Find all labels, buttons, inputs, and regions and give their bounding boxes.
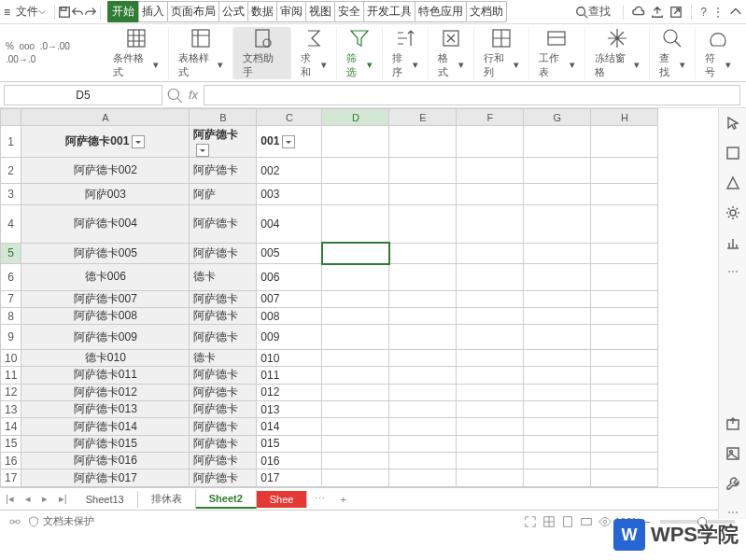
cell-A3[interactable]: 阿萨003 (21, 184, 190, 204)
more-side-icon[interactable]: ⋯ (727, 265, 739, 278)
cell-E13[interactable] (389, 401, 457, 418)
cell-G11[interactable] (524, 367, 591, 384)
cell-B12[interactable]: 阿萨德卡 (190, 384, 257, 400)
col-A[interactable]: A (21, 109, 190, 126)
cell-C17[interactable]: 017 (257, 469, 322, 487)
cell-F4[interactable] (457, 204, 524, 243)
row-15[interactable]: 15 (1, 435, 21, 452)
cell-H11[interactable] (591, 367, 658, 384)
cell-C14[interactable]: 014 (257, 418, 322, 435)
rowcol-button[interactable]: 行和列▾ (474, 27, 529, 79)
cell-A16[interactable]: 阿萨德卡016 (21, 453, 190, 469)
conditional-format-button[interactable]: 条件格式▾ (104, 27, 168, 79)
cell-A15[interactable]: 阿萨德卡015 (21, 435, 190, 452)
name-box[interactable]: D5 (4, 85, 162, 105)
cell-C8[interactable]: 008 (257, 308, 322, 325)
row-5[interactable]: 5 (1, 243, 21, 263)
cell-D17[interactable] (322, 469, 389, 487)
cell-C1[interactable]: 001 (257, 126, 322, 158)
cell-F1[interactable] (457, 126, 524, 158)
sheet-tab-4[interactable]: Shee (257, 491, 308, 508)
cell-E2[interactable] (389, 157, 457, 184)
cell-F10[interactable] (457, 349, 524, 366)
cell-H17[interactable] (591, 469, 658, 487)
cell-A5[interactable]: 阿萨德卡005 (21, 243, 190, 263)
menu-tab-6[interactable]: 视图 (305, 1, 335, 22)
cell-A8[interactable]: 阿萨德卡008 (21, 308, 190, 325)
sheet-tab-1[interactable]: Sheet13 (73, 491, 138, 508)
cell-B3[interactable]: 阿萨 (190, 184, 257, 204)
grid-view-icon[interactable] (542, 515, 556, 528)
row-8[interactable]: 8 (1, 308, 21, 325)
menu-tab-8[interactable]: 开发工具 (363, 1, 415, 22)
cell-A14[interactable]: 阿萨德卡014 (21, 418, 190, 435)
cell-D11[interactable] (322, 367, 389, 384)
cell-C13[interactable]: 013 (257, 401, 322, 418)
cell-E5[interactable] (389, 243, 457, 263)
cell-G12[interactable] (524, 384, 591, 400)
menu-tab-0[interactable]: 开始 (107, 1, 139, 22)
add-sheet[interactable]: + (332, 494, 353, 505)
cell-B10[interactable]: 德卡 (190, 349, 257, 366)
link-icon[interactable] (8, 515, 21, 528)
cell-D3[interactable] (322, 184, 389, 204)
more-icon[interactable]: ⋮ (712, 6, 724, 19)
cell-C16[interactable]: 016 (257, 453, 322, 469)
cell-C3[interactable]: 003 (257, 184, 322, 204)
row-2[interactable]: 2 (1, 157, 21, 184)
reading-view-icon[interactable] (580, 515, 593, 528)
filter-button[interactable]: 筛选▾ (337, 27, 383, 79)
cell-F14[interactable] (457, 418, 524, 435)
formula-input[interactable] (204, 85, 740, 105)
cell-F9[interactable] (457, 325, 524, 350)
row-13[interactable]: 13 (1, 401, 21, 418)
cell-C10[interactable]: 010 (257, 349, 322, 366)
page-view-icon[interactable] (561, 515, 574, 528)
cell-C15[interactable]: 015 (257, 435, 322, 452)
save-icon[interactable] (58, 6, 71, 19)
cell-F6[interactable] (457, 264, 524, 291)
sheet-tab-3[interactable]: Sheet2 (196, 490, 257, 509)
cell-G4[interactable] (524, 204, 591, 243)
cell-D1[interactable] (322, 126, 389, 158)
cell-B9[interactable]: 阿萨德卡 (190, 325, 257, 350)
cell-H15[interactable] (591, 435, 658, 452)
file-menu[interactable]: 文件 (10, 4, 51, 20)
cell-G6[interactable] (524, 264, 591, 291)
cell-D10[interactable] (322, 349, 389, 366)
worksheet-button[interactable]: 工作表▾ (529, 27, 584, 79)
cell-B14[interactable]: 阿萨德卡 (190, 418, 257, 435)
cell-B4[interactable]: 阿萨德卡 (190, 204, 257, 243)
zoom-out[interactable]: − (641, 516, 655, 527)
cell-F11[interactable] (457, 367, 524, 384)
cell-A12[interactable]: 阿萨德卡012 (21, 384, 190, 400)
cell-H4[interactable] (591, 204, 658, 243)
cell-B16[interactable]: 阿萨德卡 (190, 453, 257, 469)
cell-H5[interactable] (591, 243, 658, 263)
cell-A4[interactable]: 阿萨德卡004 (21, 204, 190, 243)
cell-C5[interactable]: 005 (257, 243, 322, 263)
cell-A6[interactable]: 德卡006 (21, 264, 190, 291)
tools-icon[interactable] (725, 476, 740, 491)
cell-F17[interactable] (457, 469, 524, 487)
cell-D4[interactable] (322, 204, 389, 243)
fx-label[interactable]: fx (189, 88, 198, 102)
cell-E11[interactable] (389, 367, 457, 384)
menu-icon[interactable]: ≡ (4, 6, 10, 19)
cell-A2[interactable]: 阿萨德卡002 (21, 157, 190, 184)
cell-E14[interactable] (389, 418, 457, 435)
cell-A10[interactable]: 德卡010 (21, 349, 190, 366)
cell-D6[interactable] (322, 264, 389, 291)
export-icon[interactable] (725, 416, 740, 431)
col-D[interactable]: D (322, 109, 389, 126)
sheet-tab-2[interactable]: 排休表 (138, 489, 196, 509)
cell-H1[interactable] (591, 126, 658, 158)
table-style-button[interactable]: 表格样式▾ (169, 27, 233, 79)
fullscreen-icon[interactable] (524, 515, 537, 528)
cell-E7[interactable] (389, 290, 457, 307)
image-icon[interactable] (725, 446, 740, 461)
cell-A1[interactable]: 阿萨德卡001 (21, 126, 190, 158)
cell-E15[interactable] (389, 435, 457, 452)
row-10[interactable]: 10 (1, 349, 21, 366)
cell-D13[interactable] (322, 401, 389, 418)
